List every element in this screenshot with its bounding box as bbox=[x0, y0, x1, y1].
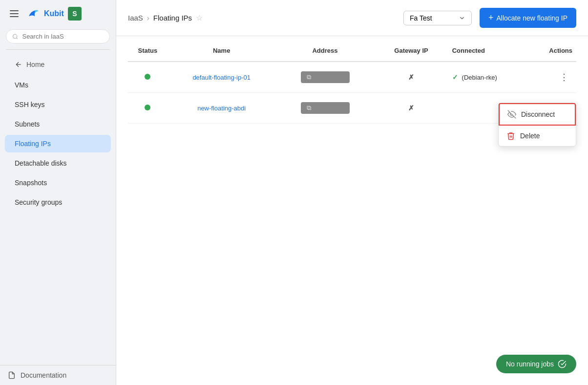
connected-instance-label: (Debian-rke) bbox=[462, 74, 497, 81]
sidebar-item-subnets-label: Subnets bbox=[15, 120, 40, 128]
connected-checkmark: ✓ bbox=[452, 73, 458, 81]
hamburger-menu[interactable] bbox=[8, 8, 21, 19]
sidebar-nav: Home VMs SSH keys Subnets Floating IPs D… bbox=[0, 50, 116, 365]
row2-name-cell: new-floating-abdi bbox=[168, 93, 276, 124]
favorite-star-icon[interactable]: ☆ bbox=[196, 13, 203, 22]
sidebar-item-subnets[interactable]: Subnets bbox=[5, 115, 111, 133]
sidebar-item-detachable-disks[interactable]: Detachable disks bbox=[5, 154, 111, 172]
row1-address-cell: ⧉ bbox=[276, 62, 375, 93]
search-input[interactable] bbox=[22, 33, 104, 40]
sidebar-header: Kubit S bbox=[0, 0, 116, 27]
row1-gateway-cell: ✗ bbox=[374, 62, 448, 93]
row2-gateway-cell: ✗ bbox=[374, 93, 448, 124]
sidebar: Kubit S Home VMs SSH keys Subnets Floati… bbox=[0, 0, 116, 385]
project-selector-label: Fa Test bbox=[410, 14, 432, 22]
status-bar: No running jobs bbox=[496, 355, 576, 373]
project-selector[interactable]: Fa Test bbox=[403, 11, 472, 25]
sidebar-item-vms[interactable]: VMs bbox=[5, 76, 111, 94]
sidebar-item-detachable-disks-label: Detachable disks bbox=[15, 159, 67, 167]
status-active-dot bbox=[145, 105, 150, 110]
column-status: Status bbox=[128, 40, 168, 62]
status-label: No running jobs bbox=[506, 360, 554, 368]
row1-actions-cell: ⋮ bbox=[537, 62, 576, 93]
svg-line-1 bbox=[17, 38, 18, 39]
document-icon bbox=[8, 371, 16, 379]
topbar: IaaS › Floating IPs ☆ Fa Test + Allocate… bbox=[116, 0, 588, 36]
ip-name-label[interactable]: new-floating-abdi bbox=[197, 105, 246, 112]
topbar-right: Fa Test + Allocate new floating IP bbox=[403, 8, 576, 28]
column-gateway: Gateway IP bbox=[374, 40, 448, 62]
documentation-label: Documentation bbox=[21, 371, 66, 379]
logo-area: Kubit S bbox=[26, 7, 82, 21]
row2-status-cell bbox=[128, 93, 168, 124]
delete-label: Delete bbox=[520, 132, 540, 140]
row1-name-cell: default-floating-ip-01 bbox=[168, 62, 276, 93]
copy-icon[interactable]: ⧉ bbox=[307, 73, 311, 81]
breadcrumb: IaaS › Floating IPs ☆ bbox=[128, 13, 203, 22]
app-name-label: Kubit bbox=[44, 9, 64, 18]
plus-icon: + bbox=[488, 13, 494, 23]
row2-address-cell: ⧉ bbox=[276, 93, 375, 124]
main-content: IaaS › Floating IPs ☆ Fa Test + Allocate… bbox=[116, 0, 588, 385]
disconnect-menu-item[interactable]: Disconnect bbox=[499, 103, 576, 126]
ip-address-box: ⧉ bbox=[301, 102, 350, 114]
column-connected: Connected bbox=[448, 40, 537, 62]
sidebar-item-home[interactable]: Home bbox=[5, 56, 111, 73]
sidebar-item-security-groups[interactable]: Security groups bbox=[5, 193, 111, 211]
gateway-x-mark: ✗ bbox=[408, 104, 414, 112]
sidebar-documentation[interactable]: Documentation bbox=[0, 365, 116, 385]
delete-menu-item[interactable]: Delete bbox=[499, 126, 576, 146]
table-header-row: Status Name Address Gateway IP Connected… bbox=[128, 40, 576, 62]
disconnect-icon bbox=[507, 110, 516, 119]
sidebar-item-snapshots[interactable]: Snapshots bbox=[5, 174, 111, 192]
secondary-logo: S bbox=[68, 7, 82, 21]
sidebar-item-floating-ips[interactable]: Floating IPs bbox=[5, 135, 111, 152]
ip-name-label[interactable]: default-floating-ip-01 bbox=[192, 74, 251, 81]
breadcrumb-separator: › bbox=[147, 14, 149, 22]
breadcrumb-parent[interactable]: IaaS bbox=[128, 14, 143, 22]
sidebar-item-snapshots-label: Snapshots bbox=[15, 179, 47, 187]
search-icon bbox=[12, 33, 18, 40]
actions-dropdown-menu: Disconnect Delete bbox=[498, 103, 576, 147]
search-box[interactable] bbox=[6, 29, 110, 43]
allocate-button-label: Allocate new floating IP bbox=[496, 14, 567, 22]
chevron-down-icon bbox=[459, 15, 465, 21]
ip-address-box: ⧉ bbox=[301, 71, 350, 83]
kubit-logo-icon bbox=[26, 7, 40, 21]
arrow-left-icon bbox=[15, 61, 22, 68]
sidebar-item-floating-ips-label: Floating IPs bbox=[15, 140, 51, 148]
copy-icon[interactable]: ⧉ bbox=[307, 104, 311, 112]
sidebar-item-home-label: Home bbox=[26, 61, 44, 68]
delete-icon bbox=[506, 131, 515, 140]
sidebar-item-security-groups-label: Security groups bbox=[15, 198, 62, 206]
check-circle-icon bbox=[558, 360, 567, 368]
sidebar-item-vms-label: VMs bbox=[15, 81, 28, 89]
gateway-x-mark: ✗ bbox=[408, 73, 414, 81]
column-address: Address bbox=[276, 40, 375, 62]
svg-point-0 bbox=[13, 34, 17, 38]
status-active-dot bbox=[145, 74, 150, 80]
table-area: Status Name Address Gateway IP Connected… bbox=[116, 36, 588, 385]
actions-menu-button[interactable]: ⋮ bbox=[556, 70, 572, 85]
allocate-button[interactable]: + Allocate new floating IP bbox=[480, 8, 576, 28]
column-actions: Actions bbox=[537, 40, 576, 62]
sidebar-item-ssh-keys[interactable]: SSH keys bbox=[5, 96, 111, 113]
sidebar-item-ssh-keys-label: SSH keys bbox=[15, 101, 44, 108]
disconnect-label: Disconnect bbox=[521, 110, 555, 118]
row1-connected-cell: ✓ (Debian-rke) bbox=[448, 62, 537, 93]
breadcrumb-current: Floating IPs bbox=[153, 14, 192, 22]
row1-status-cell bbox=[128, 62, 168, 93]
column-name: Name bbox=[168, 40, 276, 62]
table-row: default-floating-ip-01 ⧉ ✗ ✓ (Debian-rke… bbox=[128, 62, 576, 93]
